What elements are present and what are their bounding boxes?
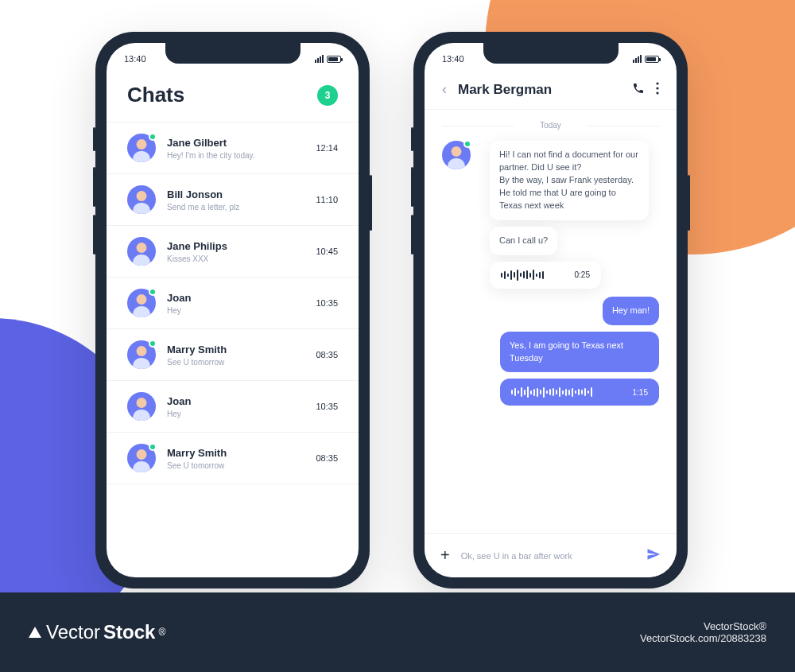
status-time: 13:40 [124, 54, 146, 64]
status-time: 13:40 [442, 54, 464, 64]
message-row-incoming: Hi! I can not find a document for our pa… [442, 141, 659, 289]
chat-name: Marry Smith [167, 344, 316, 355]
chat-item[interactable]: Jane Gilbert Hey! I'm in the city today.… [107, 122, 359, 174]
chat-name: Marry Smith [167, 447, 316, 459]
svg-point-0 [656, 82, 658, 84]
chat-time: 11:10 [316, 195, 338, 204]
footer-url: VectorStock.com/20883238 [640, 632, 766, 644]
logo-text-1: Vector [46, 621, 100, 643]
message-bubble[interactable]: Hey man! [603, 297, 659, 325]
date-separator: Today [442, 121, 659, 130]
online-dot [149, 443, 157, 451]
avatar[interactable] [127, 392, 156, 421]
phone-notch [165, 43, 301, 64]
signal-icon [633, 55, 642, 63]
conversation-body: Today Hi! I can not find a document for … [425, 110, 677, 523]
chat-time: 08:35 [316, 453, 338, 463]
chat-preview: Send me a letter, plz [167, 203, 316, 212]
battery-icon [327, 56, 341, 63]
svg-point-2 [656, 91, 658, 94]
phone-mute-button [93, 127, 95, 151]
chat-time: 08:35 [316, 350, 338, 359]
voice-message-incoming[interactable]: 0:25 [490, 262, 601, 289]
chat-item[interactable]: Joan Hey 10:35 [107, 381, 359, 433]
svg-point-1 [656, 87, 658, 89]
online-dot [149, 340, 157, 348]
message-bubble[interactable]: Can I call u? [490, 227, 557, 255]
chat-time: 10:35 [316, 298, 338, 308]
phone-chats: 13:40 Chats 3 Jane Gilbert Hey! I'm in t… [95, 32, 370, 588]
online-dot [463, 140, 471, 148]
phone-notch [483, 43, 619, 64]
waveform-icon [501, 270, 567, 281]
back-icon[interactable]: ‹ [442, 81, 447, 98]
call-icon[interactable] [632, 82, 645, 98]
contact-name: Mark Bergman [458, 82, 621, 98]
page-title: Chats [127, 83, 184, 107]
avatar[interactable] [127, 237, 156, 266]
online-dot [149, 288, 157, 296]
logo-arrow-icon [29, 627, 41, 638]
chat-item[interactable]: Jane Philips Kisses XXX 10:45 [107, 226, 359, 278]
compose-bar: + Ok, see U in a bar after work [425, 533, 677, 577]
chat-name: Joan [167, 292, 316, 304]
chat-list: Jane Gilbert Hey! I'm in the city today.… [107, 122, 359, 484]
chat-preview: Hey [167, 306, 316, 315]
online-dot [149, 133, 157, 141]
vectorstock-logo: VectorStock® [29, 621, 165, 643]
chat-preview: Hey [167, 410, 316, 418]
chat-time: 12:14 [316, 143, 338, 153]
waveform-icon [511, 386, 625, 398]
phone-power-button [370, 175, 372, 231]
unread-badge[interactable]: 3 [317, 85, 338, 106]
chat-preview: Kisses XXX [167, 254, 316, 263]
avatar[interactable] [127, 185, 156, 214]
phone-power-button [688, 175, 690, 231]
chat-item[interactable]: Bill Jonson Send me a letter, plz 11:10 [107, 174, 359, 226]
phone-vol-up [93, 167, 95, 207]
chat-item[interactable]: Joan Hey 10:35 [107, 278, 359, 329]
more-icon[interactable] [656, 82, 659, 98]
voice-duration: 1:15 [633, 388, 648, 397]
footer-credit: VectorStock® [640, 620, 766, 632]
send-icon[interactable] [646, 547, 661, 565]
chat-item[interactable]: Marry Smith See U tomorrow 08:35 [107, 433, 359, 484]
footer: VectorStock® VectorStock® VectorStock.co… [0, 592, 795, 672]
voice-duration: 0:25 [575, 270, 590, 279]
phone-vol-down [93, 215, 95, 254]
compose-input[interactable]: Ok, see U in a bar after work [461, 551, 635, 561]
message-row-outgoing: Hey man! Yes, I am going to Texas next T… [442, 297, 659, 406]
logo-text-2: Stock [103, 621, 155, 643]
chat-time: 10:35 [316, 402, 338, 411]
chat-name: Jane Gilbert [167, 137, 316, 149]
attach-icon[interactable]: + [440, 546, 450, 565]
message-bubble[interactable]: Hi! I can not find a document for our pa… [490, 141, 649, 220]
signal-icon [315, 55, 324, 63]
message-bubble[interactable]: Yes, I am going to Texas next Tuesday [500, 332, 659, 373]
chat-name: Joan [167, 395, 316, 407]
chat-item[interactable]: Marry Smith See U tomorrow 08:35 [107, 329, 359, 381]
chat-name: Jane Philips [167, 240, 316, 252]
chat-preview: See U tomorrow [167, 461, 316, 470]
phone-conversation: 13:40 ‹ Mark Bergman Today [413, 32, 688, 588]
voice-message-outgoing[interactable]: 1:15 [500, 379, 659, 406]
phone-vol-up [411, 167, 413, 207]
chat-preview: See U tomorrow [167, 358, 316, 367]
chat-preview: Hey! I'm in the city today. [167, 151, 316, 160]
chat-time: 10:45 [316, 247, 338, 256]
phone-mute-button [411, 127, 413, 151]
phone-vol-down [411, 215, 413, 254]
battery-icon [645, 56, 659, 63]
chat-name: Bill Jonson [167, 188, 316, 200]
